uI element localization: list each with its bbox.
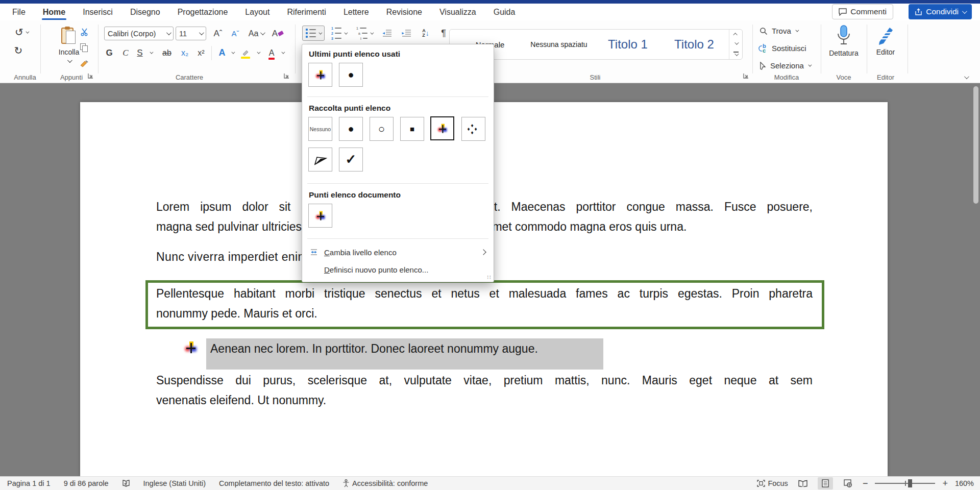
format-painter-button[interactable] [78,58,91,70]
copy-button[interactable] [78,42,91,54]
replace-icon: bc [760,44,768,53]
menu-visualizza[interactable]: Visualizza [438,6,477,19]
italic-button[interactable]: C [118,46,133,60]
bullets-button[interactable] [302,26,325,41]
document-bullet-custom[interactable] [308,204,332,228]
increase-indent-button[interactable] [398,26,414,41]
carattere-dialog-launcher[interactable] [284,73,291,80]
grow-font-button[interactable]: Aˆ [210,27,226,40]
redo-button[interactable]: ↻ [11,44,26,57]
paragraph-4-line-2[interactable]: venenatis eleifend. Ut nonummy. [156,390,813,410]
font-color-chevron[interactable] [279,46,286,60]
style-nessuna-spaziatura[interactable]: Nessuna spaziatu [525,30,593,59]
language-indicator[interactable]: Inglese (Stati Uniti) [143,479,206,487]
library-bullet-four-diamonds[interactable]: ♦ ♦ ♦ ♦ [461,117,485,141]
stili-dialog-launcher[interactable] [743,73,750,80]
menu-revisione[interactable]: Revisione [385,6,423,19]
share-button[interactable]: Condividi [909,4,972,19]
web-layout-button[interactable] [840,477,855,489]
proofing-status[interactable] [122,479,130,487]
zoom-in-button[interactable]: + [942,481,948,486]
paragraph-4-line-1[interactable]: Suspendisse dui purus, scelerisque at, v… [156,371,813,390]
decrease-indent-button[interactable] [379,26,395,41]
library-bullet-circle[interactable]: ○ [370,117,394,141]
chevron-down-icon [166,30,172,35]
library-bullet-arrow[interactable] [308,148,332,172]
comments-button[interactable]: Commenti [832,4,893,19]
vertical-scrollbar-thumb[interactable] [973,86,978,204]
editor-pen-icon [876,24,895,45]
font-name-combo[interactable]: Calibri (Corpo) [104,27,174,40]
style-titolo-1[interactable]: Titolo 1 [597,30,659,59]
font-size-combo[interactable]: 11 [176,27,206,40]
menu-progettazione[interactable]: Progettazione [177,6,229,19]
menu-file[interactable]: File [11,6,27,19]
subscript-button[interactable]: x₂ [178,46,192,60]
find-button[interactable]: Trova [760,27,798,35]
menu-disegno[interactable]: Disegno [129,6,161,19]
menu-inserisci[interactable]: Inserisci [82,6,114,19]
divider [307,183,488,184]
zoom-out-button[interactable]: − [863,481,868,486]
recent-bullet-custom[interactable] [308,63,332,87]
superscript-button[interactable]: x² [194,46,208,60]
text-prediction-indicator[interactable]: Completamento del testo: attivato [219,479,329,487]
selected-list-item[interactable]: Aenean nec lorem. In porttitor. Donec la… [206,338,603,370]
comment-icon [839,8,847,16]
library-bullet-check[interactable]: ✓ [339,148,363,172]
focus-mode-button[interactable]: Focus [757,479,788,487]
menu-home[interactable]: Home [42,6,66,19]
gallery-more-button[interactable] [733,52,739,56]
proofing-book-icon [122,479,130,487]
read-mode-button[interactable] [795,477,811,489]
green-bordered-paragraph[interactable]: Pellentesque habitant morbi tristique se… [145,280,824,329]
change-list-level-item[interactable]: Cambia livello elenco [302,244,494,260]
style-titolo-2[interactable]: Titolo 2 [663,30,725,59]
multilevel-list-button[interactable]: 1 a i [353,26,376,41]
change-case-button[interactable]: Aa [246,27,266,40]
cut-button[interactable] [78,26,91,38]
print-layout-button[interactable] [818,477,833,489]
editor-button[interactable]: Editor [869,24,902,71]
menu-layout[interactable]: Layout [244,6,271,19]
bold-button[interactable]: G [102,46,116,60]
zoom-slider-thumb[interactable] [908,479,912,487]
zoom-slider[interactable] [875,483,935,484]
sort-button[interactable]: AZ↓ [418,26,434,41]
replace-button[interactable]: bc Sostituisci [760,44,806,53]
strikethrough-button[interactable]: ab [159,46,175,60]
text-effects-button[interactable]: A [215,46,229,60]
gallery-scroll-up[interactable] [733,33,737,37]
clear-formatting-button[interactable]: A [270,27,286,40]
eraser-icon [278,31,284,36]
word-count[interactable]: 9 di 86 parole [64,479,109,487]
library-bullet-dot[interactable]: ● [339,117,363,141]
accessibility-status[interactable]: Accessibilità: conforme [342,479,428,487]
numbering-button[interactable]: 1 2 3 [328,26,350,41]
shrink-font-button[interactable]: Aˇ [228,27,243,40]
menu-lettere[interactable]: Lettere [342,6,370,19]
font-color-button[interactable]: A [264,46,279,60]
appunti-dialog-launcher[interactable] [88,73,95,80]
collapse-ribbon-chevron[interactable] [964,72,968,81]
underline-options-chevron[interactable] [147,46,154,60]
undo-button[interactable]: ↺ [11,26,32,39]
dictate-button[interactable]: Dettatura [825,24,862,71]
library-bullet-square[interactable]: ■ [400,117,424,141]
menu-guida[interactable]: Guida [493,6,517,19]
menu-riferimenti[interactable]: Riferimenti [286,6,327,19]
recent-bullet-dot[interactable]: ● [339,63,363,87]
zoom-level[interactable]: 160% [955,479,974,487]
select-button[interactable]: Seleziona [760,61,811,70]
library-bullet-none[interactable]: Nessuno [308,117,332,141]
highlight-button[interactable] [238,46,253,60]
highlight-chevron[interactable] [254,46,261,60]
group-divider [40,24,41,74]
page-indicator[interactable]: Pagina 1 di 1 [7,479,51,487]
underline-button[interactable]: S [134,46,146,60]
text-effects-chevron[interactable] [229,46,236,60]
define-new-bullet-item[interactable]: Definisci nuovo punto elenco... [302,262,494,277]
library-bullet-custom-selected[interactable] [430,116,454,140]
gallery-scroll-down[interactable] [734,41,739,45]
resize-grip[interactable]: ⁝⁝ [487,274,492,281]
